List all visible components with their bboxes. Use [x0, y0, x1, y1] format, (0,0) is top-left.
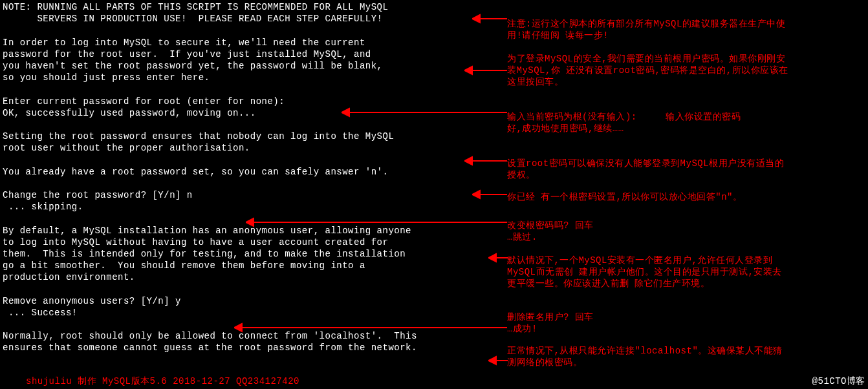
annotation-4: 设置root密码可以确保没有人能够登录到MySQL根用户没有适当的 授权。 — [507, 158, 856, 181]
annotation-9: 正常情况下,从根只能允许连接"localhost"。这确保某人不能猜 测网络的根… — [507, 345, 856, 368]
annotation-2: 为了登录MySQL的安全,我们需要的当前根用户密码。如果你刚刚安 装MySQL,… — [507, 53, 856, 89]
annotation-7: 默认情况下,一个MySQL安装有一个匿名用户,允许任何人登录到 MySQL而无需… — [507, 255, 856, 290]
annotation-3: 输入当前密码为根(没有输入): 输入你设置的密码 好,成功地使用密码,继续…… — [507, 111, 856, 134]
arrow-icon — [488, 355, 508, 366]
annotation-1: 注意:运行这个脚本的所有部分所有MySQL的建议服务器在生产中使 用!请仔细阅 … — [507, 18, 856, 41]
footer-watermark: @51CTO博客 — [812, 375, 865, 387]
footer-credit: shujuliu 制作 MySQL版本5.6 2018-12-27 QQ2341… — [26, 375, 299, 387]
annotation-8: 删除匿名用户? 回车 …成功! — [507, 311, 856, 335]
annotation-6: 改变根密码吗? 回车 …跳过. — [507, 220, 856, 243]
annotation-5: 你已经 有一个根密码设置,所以你可以放心地回答"n"。 — [507, 191, 856, 203]
